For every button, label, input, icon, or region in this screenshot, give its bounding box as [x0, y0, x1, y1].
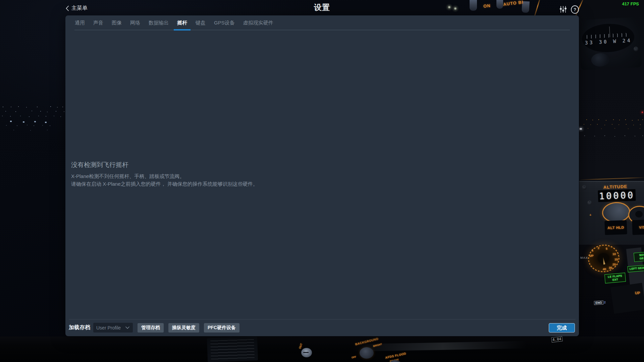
- settings-panel: 通用 声音 图像 网络 数据输出 摇杆 键盘 GPS设备 虚拟现实硬件 没有检测…: [65, 15, 579, 336]
- control-sensitivity-button[interactable]: 操纵灵敏度: [168, 323, 199, 333]
- message-line1: X-Plane检测不到任何摇杆、手柄、踏板或节流阀。: [71, 172, 258, 180]
- tab-keyboard[interactable]: 键盘: [195, 16, 206, 30]
- compass-knob: [591, 53, 609, 67]
- profile-dropdown[interactable]: User Profile: [93, 323, 133, 333]
- city-lights-right: [581, 119, 582, 120]
- vs-button-label: V/S: [632, 220, 644, 235]
- manage-profiles-button[interactable]: 管理存档: [138, 323, 164, 333]
- tab-gps[interactable]: GPS设备: [214, 16, 235, 30]
- tab-general[interactable]: 通用: [74, 16, 85, 30]
- pfc-hardware-button[interactable]: PFC硬件设备: [204, 323, 239, 333]
- checklist-placard: [207, 336, 258, 362]
- eng-label: ENG2: [594, 301, 606, 305]
- message-heading: 没有检测到飞行摇杆: [71, 161, 258, 169]
- tab-data-output[interactable]: 数据输出: [148, 16, 169, 30]
- tab-sound[interactable]: 声音: [93, 16, 104, 30]
- autopilot-panel: ALTITUDE 10000 + ALT HLD V/S: [579, 181, 644, 245]
- message-line2: 请确保在启动 X-Plane之前插入您的硬件， 并确保您的操作系统能够识别这些硬…: [71, 180, 258, 188]
- compass-card: 33 30 W 24: [581, 22, 635, 53]
- chevron-down-icon: [125, 326, 130, 329]
- flaps-dial-label: 5: [606, 247, 607, 250]
- flaps-dial-label: UP: [589, 254, 594, 257]
- top-icons: ?: [559, 5, 579, 13]
- help-icon[interactable]: ?: [571, 5, 579, 13]
- flaps-dial-label: 25: [612, 263, 616, 266]
- le-flaps-annunciator: LE FLAPS EXT: [604, 273, 626, 283]
- flaps-dial-label: 30: [609, 266, 612, 269]
- altitude-knob: [601, 201, 631, 224]
- magnetic-compass: 33 30 W 24: [578, 17, 642, 70]
- load-profile-label: 加载存档: [69, 324, 90, 331]
- tab-network[interactable]: 网络: [130, 16, 141, 30]
- city-lights-left-bright: [10, 121, 12, 122]
- settings-sliders-icon[interactable]: [559, 5, 567, 13]
- flaps-dial-label: 40: [603, 267, 606, 271]
- screw: [582, 185, 587, 190]
- altitude-display: 10000: [598, 189, 636, 202]
- footer-bar: 加载存档 User Profile 管理存档 操纵灵敏度 PFC硬件设备 完成: [65, 319, 579, 336]
- flaps-dial-label: 2: [598, 246, 599, 250]
- bright-light: [580, 128, 582, 130]
- background-dimmer-knob: [360, 347, 374, 359]
- footer-left: 加载存档 User Profile 管理存档 操纵灵敏度 PFC硬件设备: [69, 319, 239, 336]
- tab-graphics[interactable]: 图像: [111, 16, 122, 30]
- screen: 33 30 W 24 ON AUTO BI ALTITUDE 10000 + A…: [0, 0, 644, 362]
- red-beacon-light: [642, 112, 643, 113]
- tab-joystick[interactable]: 摇杆: [177, 16, 187, 30]
- nose-gear-annunciator: NOSE GEAR: [634, 251, 644, 262]
- tab-bar: 通用 声音 图像 网络 数据输出 摇杆 键盘 GPS设备 虚拟现实硬件: [65, 15, 579, 30]
- screw: [587, 200, 592, 205]
- flaps-dial-label: 10: [612, 252, 616, 256]
- up-label: UP: [635, 291, 640, 295]
- done-button[interactable]: 完成: [549, 323, 575, 333]
- pedestal-shadow: [610, 283, 644, 314]
- tab-vr-hardware[interactable]: 虚拟现实硬件: [243, 16, 274, 30]
- flaps-dial-label: 1: [592, 249, 593, 252]
- plus-mark: +: [589, 213, 591, 217]
- max-label: MAX: [580, 256, 588, 259]
- flaps-dial-label: 15: [614, 258, 618, 261]
- page-title: 设置: [0, 2, 644, 13]
- city-lights-left: [1, 106, 1, 106]
- no-joystick-message: 没有检测到飞行摇杆 X-Plane检测不到任何摇杆、手柄、踏板或节流阀。 请确保…: [71, 161, 258, 188]
- screw: [634, 47, 639, 52]
- cockpit-bottom-strip: [0, 337, 644, 362]
- profile-dropdown-value: User Profile: [96, 325, 121, 330]
- alt-hold-button-label: ALT HLD: [604, 220, 627, 235]
- flaps-panel: UP 1 2 5 10 15 25 30 40 NOSE GEAR LEFT G…: [579, 242, 644, 311]
- pedestal-knob: [301, 348, 312, 357]
